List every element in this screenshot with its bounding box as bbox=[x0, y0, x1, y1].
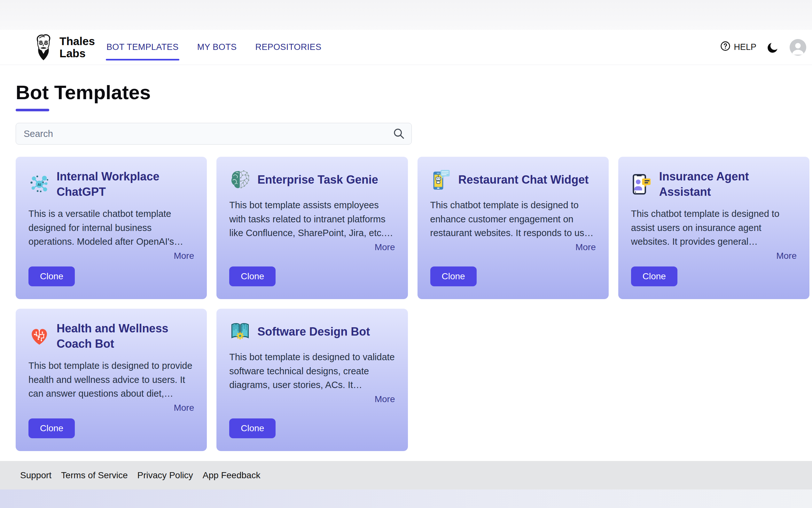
app-footer: Support Terms of Service Privacy Policy … bbox=[0, 461, 812, 490]
footer-link-privacy[interactable]: Privacy Policy bbox=[138, 470, 193, 480]
clone-button[interactable]: Clone bbox=[631, 266, 677, 286]
footer-link-terms[interactable]: Terms of Service bbox=[61, 470, 128, 480]
book-gear-icon bbox=[229, 321, 251, 343]
help-circle-icon bbox=[720, 41, 730, 53]
footer-link-support[interactable]: Support bbox=[20, 470, 51, 480]
more-link[interactable]: More bbox=[776, 251, 797, 261]
card-title: Enterprise Task Genie bbox=[257, 172, 378, 187]
clone-button[interactable]: Clone bbox=[29, 266, 75, 286]
card-description: This is a versatile chatbot template des… bbox=[29, 207, 194, 249]
more-link[interactable]: More bbox=[174, 403, 194, 413]
bot-template-card: Health and Wellness Coach Bot This bot t… bbox=[16, 309, 207, 451]
clone-button[interactable]: Clone bbox=[229, 266, 276, 286]
card-title: Software Design Bot bbox=[257, 324, 370, 339]
search-input[interactable] bbox=[16, 123, 412, 144]
bot-template-card: Insurance Agent Assistant This chatbot t… bbox=[618, 157, 809, 299]
page-background-bottom bbox=[0, 490, 812, 508]
brand-logo-home[interactable]: Thales Labs bbox=[32, 33, 95, 61]
main-nav: BOT TEMPLATES MY BOTS REPOSITORIES bbox=[106, 42, 321, 52]
app-header: Thales Labs BOT TEMPLATES MY BOTS REPOSI… bbox=[0, 30, 812, 65]
clone-button[interactable]: Clone bbox=[29, 418, 75, 438]
circuit-heart-icon bbox=[29, 325, 50, 347]
more-link[interactable]: More bbox=[375, 242, 395, 252]
more-link[interactable]: More bbox=[174, 251, 194, 261]
card-title: Internal Workplace ChatGPT bbox=[57, 169, 194, 199]
moon-icon[interactable] bbox=[767, 41, 779, 54]
more-link[interactable]: More bbox=[375, 394, 395, 405]
page-background-top bbox=[0, 0, 812, 30]
bot-template-card: Restaurant Chat Widget This chatbot temp… bbox=[418, 157, 609, 299]
user-avatar-icon[interactable] bbox=[790, 39, 806, 56]
help-label: HELP bbox=[734, 42, 756, 52]
philosopher-face-icon bbox=[32, 33, 55, 61]
bot-template-card: Software Design Bot This bot template is… bbox=[217, 309, 408, 451]
card-description: This bot template is designed to provide… bbox=[29, 359, 194, 401]
insurance-tablet-icon bbox=[631, 173, 653, 195]
bot-template-grid: AI Internal Workplace ChatGPT This is a … bbox=[16, 157, 809, 451]
card-description: This bot template assists employees with… bbox=[229, 198, 395, 240]
card-description: This chatbot template is designed to enh… bbox=[430, 198, 596, 240]
header-right: HELP bbox=[720, 39, 806, 56]
brand-name: Thales Labs bbox=[59, 35, 95, 59]
clone-button[interactable]: Clone bbox=[430, 266, 477, 286]
svg-text:AI: AI bbox=[37, 182, 41, 186]
clone-button[interactable]: Clone bbox=[229, 418, 276, 438]
card-title: Restaurant Chat Widget bbox=[459, 172, 589, 187]
search-bar bbox=[16, 123, 412, 144]
app-viewport: Thales Labs BOT TEMPLATES MY BOTS REPOSI… bbox=[0, 0, 812, 508]
tab-bot-templates[interactable]: BOT TEMPLATES bbox=[106, 42, 179, 52]
bot-template-card: Enterprise Task Genie This bot template … bbox=[217, 157, 408, 299]
brain-network-icon bbox=[229, 169, 251, 190]
footer-link-feedback[interactable]: App Feedback bbox=[203, 470, 260, 480]
card-description: This chatbot template is designed to ass… bbox=[631, 207, 797, 249]
card-description: This bot template is designed to validat… bbox=[229, 350, 395, 392]
help-button[interactable]: HELP bbox=[720, 41, 756, 53]
card-title: Insurance Agent Assistant bbox=[659, 169, 797, 199]
tab-my-bots[interactable]: MY BOTS bbox=[197, 42, 237, 52]
ai-network-icon: AI bbox=[29, 173, 50, 195]
card-title: Health and Wellness Coach Bot bbox=[57, 321, 194, 351]
title-accent-bar bbox=[16, 109, 49, 111]
more-link[interactable]: More bbox=[575, 242, 596, 252]
bot-template-card: AI Internal Workplace ChatGPT This is a … bbox=[16, 157, 207, 299]
search-icon bbox=[393, 127, 405, 141]
phone-chat-icon bbox=[430, 169, 452, 190]
page-title: Bot Templates bbox=[16, 81, 809, 103]
tab-repositories[interactable]: REPOSITORIES bbox=[255, 42, 321, 52]
main-content: Bot Templates bbox=[0, 65, 812, 461]
